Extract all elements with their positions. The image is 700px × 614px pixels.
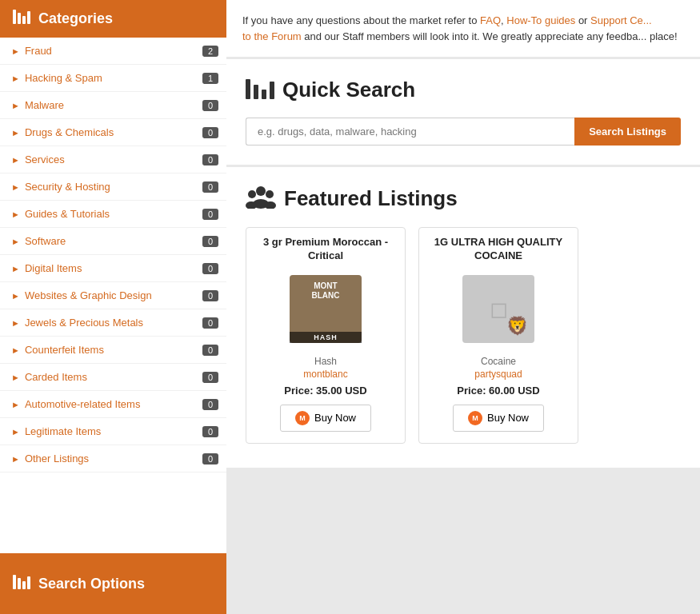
category-label: Websites & Graphic Design: [25, 289, 152, 301]
category-badge: 0: [202, 209, 218, 220]
category-label: Guides & Tutorials: [25, 208, 110, 220]
featured-grid: 3 gr Premium Moroccan - Critical MONT BL…: [246, 227, 681, 444]
category-item[interactable]: ► Fraud 2: [0, 38, 226, 65]
sidebar: Categories ► Fraud 2 ► Hacking & Spam 1 …: [0, 0, 226, 614]
category-item[interactable]: ► Jewels & Precious Metals 0: [0, 309, 226, 337]
chevron-right-icon: ►: [11, 101, 20, 110]
quick-search-title: Quick Search: [246, 75, 681, 105]
listing-price: Price: 60.00 USD: [419, 385, 578, 397]
featured-section: Featured Listings 3 gr Premium Moroccan …: [226, 167, 700, 468]
featured-icon: [246, 183, 276, 214]
chevron-right-icon: ►: [11, 74, 20, 83]
chevron-right-icon: ►: [11, 128, 20, 138]
search-options-button[interactable]: Search Options: [0, 553, 226, 614]
search-options-icon: [13, 575, 30, 593]
faq-link[interactable]: FAQ: [480, 14, 501, 26]
category-item[interactable]: ► Legitimate Items 0: [0, 418, 226, 445]
chevron-right-icon: ►: [11, 454, 20, 464]
category-label: Legitimate Items: [25, 425, 101, 437]
svg-rect-10: [262, 90, 266, 99]
category-item[interactable]: ► Websites & Graphic Design 0: [0, 282, 226, 309]
buy-now-button[interactable]: M Buy Now: [280, 405, 371, 432]
category-item[interactable]: ► Other Listings 0: [0, 445, 226, 472]
category-badge: 0: [202, 181, 218, 193]
category-badge: 0: [202, 290, 218, 301]
category-badge: 0: [202, 453, 218, 464]
chevron-right-icon: ►: [11, 155, 20, 165]
chevron-right-icon: ►: [11, 237, 20, 246]
category-item[interactable]: ► Carded Items 0: [0, 364, 226, 391]
category-item[interactable]: ► Guides & Tutorials 0: [0, 201, 226, 228]
category-label: Other Listings: [25, 453, 89, 464]
categories-icon: [13, 10, 30, 28]
svg-rect-3: [27, 11, 30, 24]
svg-rect-4: [13, 575, 16, 589]
category-badge: 0: [202, 399, 218, 410]
monero-icon: M: [295, 411, 310, 425]
quick-search-label: Quick Search: [282, 78, 415, 102]
listing-image: MONT BLANC HASH: [246, 269, 405, 349]
category-label: Services: [25, 154, 65, 165]
category-label: Carded Items: [25, 371, 87, 383]
category-item[interactable]: ► Software 0: [0, 228, 226, 255]
listing-price: Price: 35.00 USD: [246, 385, 405, 397]
category-badge: 0: [202, 236, 218, 247]
category-item[interactable]: ► Automotive-related Items 0: [0, 391, 226, 418]
forum-link[interactable]: to the Forum: [242, 30, 302, 42]
quick-search-section: Quick Search Search Listings: [226, 59, 700, 167]
category-badge: 0: [202, 263, 218, 274]
listing-card: 1G ULTRA HIGH QUALITY COCAINE ◻ Cocaine …: [418, 227, 578, 444]
chevron-right-icon: ►: [11, 264, 20, 273]
svg-point-14: [266, 190, 274, 198]
buy-now-button[interactable]: M Buy Now: [453, 405, 544, 432]
category-item[interactable]: ► Security & Hosting 0: [0, 173, 226, 201]
category-badge: 2: [202, 46, 218, 57]
info-text: If you have any questions about the mark…: [242, 14, 678, 42]
chevron-right-icon: ►: [11, 209, 20, 219]
buy-label: Buy Now: [314, 412, 356, 424]
category-label: Automotive-related Items: [25, 398, 141, 410]
howto-link[interactable]: How-To guides: [506, 14, 575, 26]
category-item[interactable]: ► Malware 0: [0, 92, 226, 119]
category-badge: 1: [202, 73, 218, 84]
monero-icon: M: [468, 411, 482, 425]
category-label: Digital Items: [25, 262, 82, 274]
category-badge: 0: [202, 100, 218, 111]
listing-seller: partysquad: [419, 369, 578, 380]
svg-point-13: [248, 190, 256, 198]
category-item[interactable]: ► Hacking & Spam 1: [0, 65, 226, 92]
support-link[interactable]: Support Ce...: [590, 14, 652, 26]
listing-seller: montblanc: [246, 369, 405, 380]
category-badge: 0: [202, 154, 218, 165]
category-badge: 0: [202, 127, 218, 138]
search-input[interactable]: [246, 118, 574, 146]
category-item[interactable]: ► Services 0: [0, 146, 226, 173]
listing-category: Cocaine: [419, 356, 578, 367]
category-item[interactable]: ► Drugs & Chemicals 0: [0, 119, 226, 146]
featured-title: Featured Listings: [246, 183, 681, 214]
category-label: Hacking & Spam: [25, 72, 102, 84]
category-label: Software: [25, 235, 66, 247]
category-label: Counterfeit Items: [25, 344, 104, 356]
category-label: Fraud: [25, 45, 52, 57]
featured-label: Featured Listings: [284, 186, 458, 211]
search-button[interactable]: Search Listings: [574, 118, 681, 146]
buy-label: Buy Now: [487, 412, 529, 424]
chevron-right-icon: ►: [11, 46, 20, 56]
category-item[interactable]: ► Counterfeit Items 0: [0, 337, 226, 364]
chevron-right-icon: ►: [11, 345, 20, 355]
chevron-right-icon: ►: [11, 400, 20, 409]
category-list: ► Fraud 2 ► Hacking & Spam 1 ► Malware 0…: [0, 38, 226, 553]
info-bar: If you have any questions about the mark…: [226, 0, 700, 59]
category-label: Jewels & Precious Metals: [25, 317, 143, 329]
svg-rect-8: [246, 79, 250, 99]
svg-rect-7: [27, 576, 30, 589]
listing-image: ◻: [419, 269, 578, 349]
search-options-label: Search Options: [38, 576, 145, 592]
listing-card: 3 gr Premium Moroccan - Critical MONT BL…: [246, 227, 406, 444]
sidebar-header: Categories: [0, 0, 226, 38]
category-item[interactable]: ► Digital Items 0: [0, 255, 226, 282]
listing-title: 3 gr Premium Moroccan - Critical: [246, 228, 405, 269]
chevron-right-icon: ►: [11, 182, 20, 192]
main-content: If you have any questions about the mark…: [226, 0, 700, 614]
